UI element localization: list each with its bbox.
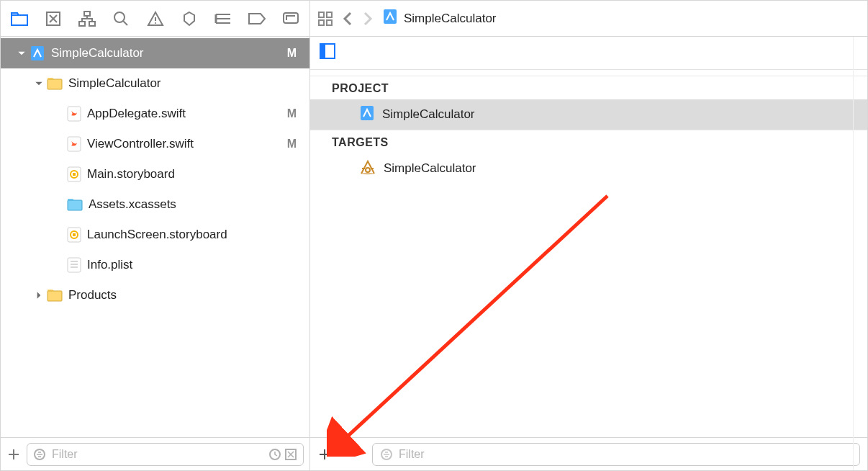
report-navigator-tab[interactable] <box>276 4 305 33</box>
back-button[interactable] <box>342 11 353 27</box>
add-target-button[interactable] <box>317 447 332 462</box>
scm-status-badge: M <box>287 107 297 120</box>
navigator-filter-input[interactable] <box>50 447 264 462</box>
symbol-navigator-tab[interactable] <box>73 4 101 33</box>
hierarchy-icon <box>78 11 96 27</box>
folder-row[interactable]: SimpleCalculator <box>1 68 309 99</box>
storyboard-file-icon <box>67 227 81 243</box>
targets-header: TARGETS <box>310 130 867 153</box>
project-root-row[interactable]: SimpleCalculator M <box>1 38 309 68</box>
svg-rect-30 <box>320 44 325 58</box>
xcode-project-icon <box>359 105 375 125</box>
file-label: Info.plist <box>87 258 132 272</box>
navigator-tab-bar <box>1 1 309 37</box>
editor-scrollbar[interactable] <box>853 37 867 470</box>
source-control-navigator-tab[interactable] <box>39 4 68 33</box>
svg-rect-27 <box>327 20 332 25</box>
scm-icon[interactable] <box>284 448 297 461</box>
test-icon <box>181 11 197 27</box>
jump-bar-crumb[interactable]: SimpleCalculator <box>382 9 497 28</box>
svg-rect-26 <box>319 20 324 25</box>
file-row[interactable]: AppDelegate.swift M <box>1 99 309 129</box>
gauge-icon <box>214 12 232 26</box>
file-label: LaunchScreen.storyboard <box>87 228 227 242</box>
svg-point-32 <box>366 168 370 172</box>
search-icon <box>113 11 129 27</box>
svg-rect-19 <box>68 258 81 272</box>
debug-navigator-tab[interactable] <box>209 4 238 33</box>
clock-icon[interactable] <box>268 448 281 461</box>
related-items-icon[interactable] <box>317 11 333 27</box>
file-row[interactable]: ViewController.swift M <box>1 129 309 159</box>
target-item-label: SimpleCalculator <box>384 161 476 176</box>
svg-point-6 <box>155 22 156 24</box>
navigator-bottom-bar <box>1 437 309 470</box>
file-label: Main.storyboard <box>87 167 175 181</box>
project-root-label: SimpleCalculator <box>51 46 144 60</box>
filter-icon <box>380 448 393 461</box>
editor-panel: SimpleCalculator PROJECT SimpleCalculato… <box>310 1 867 470</box>
svg-rect-18 <box>73 233 76 236</box>
svg-point-5 <box>114 12 125 22</box>
project-navigator-tab[interactable] <box>5 4 34 33</box>
file-row[interactable]: Info.plist <box>1 250 309 280</box>
target-filter-input[interactable] <box>397 447 852 462</box>
file-row[interactable]: Assets.xcassets <box>1 189 309 220</box>
editor-body: PROJECT SimpleCalculator TARGETS SimpleC… <box>310 37 867 470</box>
swift-file-icon <box>67 106 81 122</box>
folder-row[interactable]: Products <box>1 280 309 310</box>
target-item-row[interactable]: SimpleCalculator <box>310 153 867 184</box>
forward-button[interactable] <box>362 11 374 27</box>
svg-rect-20 <box>48 291 62 301</box>
chevron-down-icon <box>17 48 27 58</box>
breakpoint-navigator-tab[interactable] <box>243 4 271 33</box>
folder-label: Products <box>68 288 117 302</box>
jump-bar: SimpleCalculator <box>310 1 867 37</box>
warning-icon <box>147 11 164 27</box>
svg-rect-4 <box>89 22 95 26</box>
file-label: Assets.xcassets <box>89 197 176 212</box>
tag-icon <box>248 12 266 25</box>
remove-target-button[interactable] <box>345 447 359 462</box>
svg-point-33 <box>361 172 374 174</box>
svg-rect-15 <box>68 200 82 210</box>
file-row[interactable]: LaunchScreen.storyboard <box>1 220 309 250</box>
project-tree: SimpleCalculator M SimpleCalculator AppD… <box>1 37 309 437</box>
svg-rect-24 <box>319 12 324 17</box>
outline-toggle-button[interactable] <box>319 42 336 63</box>
plist-file-icon <box>67 257 81 273</box>
svg-rect-25 <box>327 12 332 17</box>
file-label: ViewController.swift <box>87 137 194 151</box>
project-item-label: SimpleCalculator <box>382 107 475 122</box>
project-header: PROJECT <box>310 76 867 99</box>
app-target-icon <box>359 159 376 179</box>
file-row[interactable]: Main.storyboard <box>1 159 309 189</box>
assets-folder-icon <box>67 198 83 211</box>
svg-rect-0 <box>12 15 27 25</box>
target-filter-field[interactable] <box>372 443 860 466</box>
svg-rect-2 <box>84 12 90 16</box>
editor-bottom-bar <box>310 437 867 470</box>
editor-mode-bar <box>310 37 867 70</box>
swift-file-icon <box>67 136 81 152</box>
folder-icon <box>47 289 63 302</box>
svg-rect-9 <box>48 79 62 89</box>
test-navigator-tab[interactable] <box>175 4 204 33</box>
scm-status-badge: M <box>287 138 297 151</box>
issue-navigator-tab[interactable] <box>141 4 170 33</box>
xcode-project-icon <box>382 9 398 28</box>
svg-rect-14 <box>73 173 76 176</box>
chevron-down-icon <box>34 78 44 89</box>
folder-icon <box>11 12 28 26</box>
folder-icon <box>47 77 63 90</box>
navigator-filter-field[interactable] <box>27 443 304 466</box>
add-button[interactable] <box>6 447 21 462</box>
chevron-right-icon <box>34 290 44 300</box>
file-label: AppDelegate.swift <box>87 107 186 121</box>
scm-status-badge: M <box>287 47 297 60</box>
folder-label: SimpleCalculator <box>68 76 161 91</box>
find-navigator-tab[interactable] <box>107 4 135 33</box>
filter-icon <box>33 448 46 461</box>
scm-icon <box>45 11 61 27</box>
project-item-row[interactable]: SimpleCalculator <box>310 99 867 130</box>
